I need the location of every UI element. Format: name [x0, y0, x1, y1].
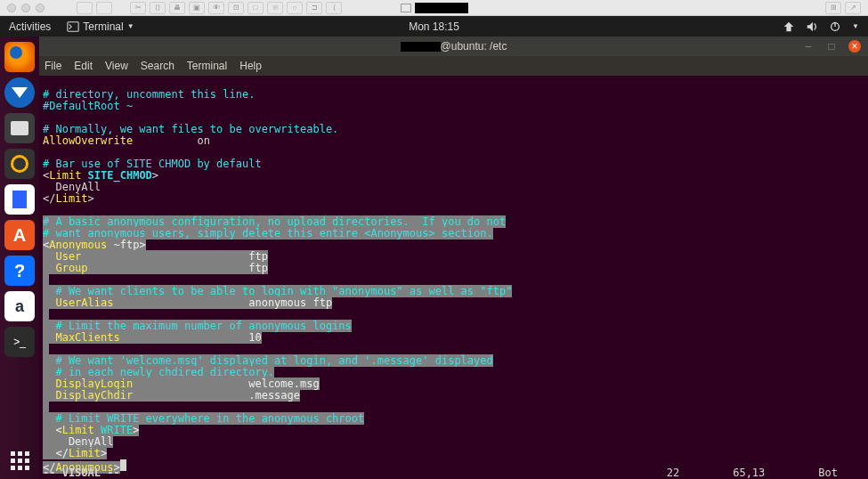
toolbar-button[interactable]: ⟨ [326, 2, 342, 14]
code-line: <Limit SITE_CHMOD> [43, 169, 158, 182]
url-redacted [415, 3, 468, 13]
code-line: # directory, uncomment this line. [43, 88, 255, 101]
dock-amazon[interactable]: a [4, 291, 35, 321]
close-button[interactable]: × [848, 40, 861, 53]
minimize-button[interactable]: – [802, 40, 815, 53]
terminal-window: @ubuntu: /etc – □ × File Edit View Searc… [39, 37, 868, 479]
toolbar-button[interactable] [96, 2, 112, 14]
toolbar-button[interactable]: ○ [287, 2, 303, 14]
toolbar-button[interactable]: ⟨⟩ [150, 2, 166, 14]
vim-mode: -- VISUAL -- [43, 467, 120, 479]
mac-max-dot[interactable] [36, 4, 45, 12]
menu-terminal[interactable]: Terminal [187, 60, 227, 72]
menu-help[interactable]: Help [239, 60, 262, 72]
url-lock-icon [401, 4, 411, 12]
show-applications[interactable] [11, 451, 29, 470]
code-line-selected: <Anonymous ~ftp> [43, 239, 146, 251]
chevron-down-icon: ▼ [852, 22, 859, 30]
code-line-selected: # want anonymous users, simply delete th… [43, 227, 493, 240]
code-line-selected [43, 308, 49, 321]
menu-bar: File Edit View Search Terminal Help [39, 56, 868, 76]
code-line-selected: <Limit WRITE> [43, 424, 139, 436]
dock-rhythmbox[interactable] [4, 149, 35, 179]
svg-rect-0 [68, 21, 78, 31]
code-line-selected [43, 401, 49, 413]
mac-min-dot[interactable] [21, 4, 30, 12]
code-line: DenyAll [43, 181, 101, 193]
code-line-selected: # We want clients to be able to login wi… [43, 285, 512, 297]
code-line-selected: DisplayLogin welcome.msg [43, 378, 320, 390]
editor-viewport[interactable]: # directory, uncomment this line. #Defau… [39, 76, 868, 479]
toolbar-button[interactable]: ▣ [189, 2, 205, 14]
dock-firefox[interactable] [4, 42, 35, 72]
dock: A ? a >_ [0, 37, 39, 479]
power-icon [829, 20, 841, 33]
app-indicator-label: Terminal [83, 20, 123, 33]
toolbar-button[interactable]: ⊡ [228, 2, 244, 14]
code-line: # Bar use of SITE CHMOD by default [43, 158, 262, 170]
dock-ubuntu-software[interactable]: A [4, 220, 35, 250]
dock-libreoffice-writer[interactable] [4, 184, 35, 215]
toolbar-button[interactable]: ⊐ [306, 2, 322, 14]
dock-help[interactable]: ? [4, 256, 35, 286]
toolbar-button[interactable]: □ [247, 2, 264, 14]
menu-search[interactable]: Search [141, 60, 174, 72]
dock-files[interactable] [4, 113, 35, 143]
toolbar-button[interactable]: ⊞ [825, 2, 841, 14]
menu-file[interactable]: File [45, 60, 61, 72]
maximize-button[interactable]: □ [825, 40, 838, 53]
code-line: </Limit> [43, 192, 94, 205]
mac-close-dot[interactable] [7, 4, 16, 12]
vim-cursor-pos: 65,13 [733, 467, 765, 479]
window-title-bar[interactable]: @ubuntu: /etc – □ × [39, 37, 868, 56]
code-line-selected: </Limit> [43, 447, 107, 459]
redacted-user [401, 42, 441, 52]
terminal-icon [67, 20, 79, 33]
system-tray[interactable]: ▼ [783, 20, 859, 33]
network-icon [783, 20, 795, 33]
dock-terminal[interactable]: >_ [4, 327, 35, 357]
code-line: #DefaultRoot ~ [43, 100, 133, 112]
volume-icon [806, 20, 818, 33]
code-line-selected: # A basic anonymous configuration, no up… [43, 215, 506, 228]
app-indicator-terminal[interactable]: Terminal ▼ [67, 20, 134, 33]
vim-scroll-pos: Bot [818, 467, 838, 479]
toolbar-button[interactable]: 🖶 [169, 2, 185, 14]
menu-edit[interactable]: Edit [74, 60, 93, 72]
activities-button[interactable]: Activities [9, 20, 51, 33]
vim-status-line: -- VISUAL -- 22 65,13 Bot [39, 467, 868, 479]
code-line-selected: User ftp [43, 250, 268, 263]
window-title: @ubuntu: /etc [401, 40, 507, 53]
toolbar-button[interactable]: 👁 [208, 2, 224, 14]
code-line-selected: DenyAll [43, 435, 113, 448]
menu-view[interactable]: View [105, 60, 128, 72]
code-line-selected: # We want 'welcome.msg' displayed at log… [43, 354, 493, 367]
toolbar-button[interactable] [77, 2, 93, 14]
code-line-selected: MaxClients 10 [43, 331, 262, 344]
code-line-selected: Group ftp [43, 262, 268, 274]
toolbar-button[interactable]: ↗ [845, 2, 861, 14]
dock-thunderbird[interactable] [4, 77, 35, 108]
code-line-selected: # Limit WRITE everywhere in the anonymou… [43, 412, 364, 425]
vim-line-count: 22 [667, 467, 679, 479]
code-line-selected: # in each newly chdired directory. [43, 366, 274, 378]
code-line-selected [43, 273, 49, 286]
code-line-selected: UserAlias anonymous ftp [43, 296, 332, 309]
gnome-top-bar: Activities Terminal ▼ Mon 18:15 ▼ [0, 16, 868, 37]
toolbar-button[interactable]: ✂ [130, 2, 146, 14]
code-line-selected [43, 343, 49, 355]
clock[interactable]: Mon 18:15 [409, 20, 459, 33]
code-line-selected: # Limit the maximum number of anonymous … [43, 320, 352, 332]
host-window-chrome: ✂ ⟨⟩ 🖶 ▣ 👁 ⊡ □ ⎚ ○ ⊐ ⟨ ⊞ ↗ [0, 0, 868, 16]
chevron-down-icon: ▼ [127, 22, 134, 30]
toolbar-button[interactable]: ⎚ [267, 2, 283, 14]
code-line: AllowOverwrite on [43, 134, 210, 147]
code-line: # Normally, we want files to be overwrit… [43, 123, 338, 135]
code-line-selected: DisplayChdir .message [43, 389, 300, 402]
